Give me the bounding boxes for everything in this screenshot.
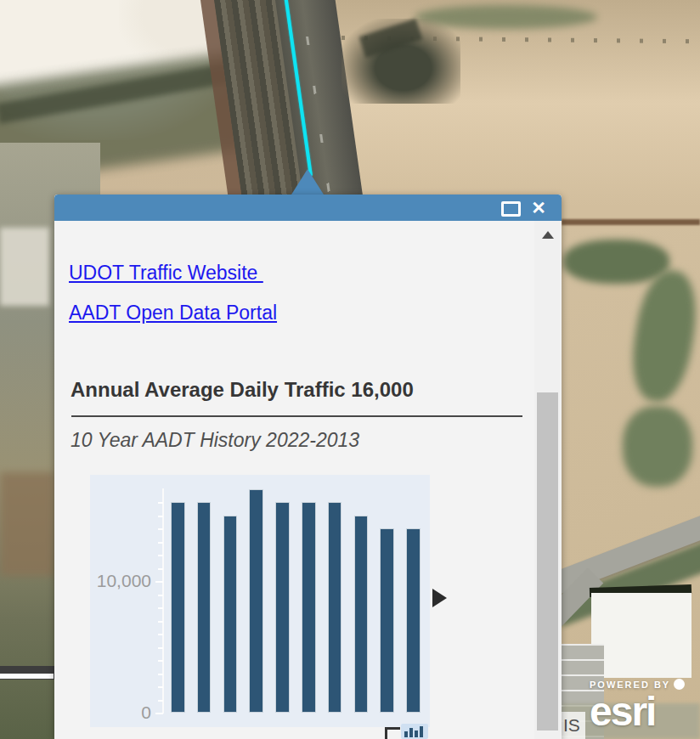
terrain-texture bbox=[0, 228, 49, 306]
y-axis-tick bbox=[158, 700, 163, 702]
y-axis-tick bbox=[158, 555, 163, 556]
y-axis-tick bbox=[158, 686, 163, 688]
y-axis-tick bbox=[155, 713, 163, 714]
next-media-arrow[interactable] bbox=[432, 589, 447, 607]
popup-callout-pointer bbox=[291, 169, 324, 195]
bar-2013[interactable] bbox=[406, 528, 421, 713]
y-tick-label: 0 bbox=[90, 702, 151, 724]
close-button[interactable]: ✕ bbox=[528, 198, 550, 218]
aadt-bar-chart[interactable]: 10,0000 bbox=[90, 475, 430, 727]
y-axis-line bbox=[162, 488, 164, 714]
terrain-texture bbox=[562, 219, 700, 225]
aadt-open-data-portal-link[interactable]: AADT Open Data Portal bbox=[69, 302, 277, 324]
y-axis-tick bbox=[158, 568, 163, 570]
y-axis-tick bbox=[158, 660, 163, 662]
popup-header: ✕ bbox=[54, 195, 562, 221]
scale-bar bbox=[0, 673, 54, 680]
y-axis-tick bbox=[158, 621, 163, 623]
y-axis-tick bbox=[158, 634, 163, 635]
bar-2017[interactable] bbox=[302, 502, 316, 713]
divider bbox=[71, 415, 522, 417]
building bbox=[591, 593, 692, 678]
y-axis-tick bbox=[158, 516, 163, 517]
bar-2014[interactable] bbox=[380, 528, 394, 713]
vegetation bbox=[623, 406, 692, 487]
scrollbar-thumb[interactable] bbox=[537, 392, 558, 731]
esri-brand-label: esri bbox=[590, 693, 700, 731]
y-axis-tick bbox=[155, 581, 163, 583]
scroll-up-arrow-icon[interactable] bbox=[542, 231, 554, 239]
terrain-texture bbox=[0, 472, 54, 576]
bar-2018[interactable] bbox=[275, 502, 290, 713]
udot-traffic-website-link[interactable]: UDOT Traffic Website bbox=[69, 262, 263, 285]
traffic-popup: ✕ UDOT Traffic Website AADT Open Data Po… bbox=[54, 195, 562, 739]
y-axis-tick bbox=[158, 595, 163, 596]
bar-2015[interactable] bbox=[354, 516, 369, 714]
map-attribution: IS bbox=[562, 712, 585, 739]
y-axis-tick bbox=[158, 647, 163, 649]
bar-chart-media-icon[interactable] bbox=[401, 724, 428, 739]
bar-2022[interactable] bbox=[171, 502, 185, 713]
popup-scrollbar[interactable] bbox=[534, 221, 561, 739]
powered-by-label: POWERED BY bbox=[590, 680, 670, 690]
bar-2019[interactable] bbox=[249, 489, 263, 714]
esri-globe-dot-icon bbox=[674, 679, 685, 690]
y-axis-tick bbox=[158, 607, 163, 609]
y-axis-tick bbox=[158, 528, 163, 530]
y-axis-tick bbox=[158, 502, 163, 504]
bar-2016[interactable] bbox=[328, 502, 342, 713]
maximize-button[interactable] bbox=[499, 198, 521, 218]
maximize-icon bbox=[501, 201, 521, 217]
vegetation bbox=[563, 240, 669, 284]
y-axis-tick bbox=[158, 674, 163, 675]
scale-bar bbox=[0, 666, 54, 673]
expand-media-icon[interactable] bbox=[385, 727, 400, 739]
chart-caption: 10 Year AADT History 2022-2013 bbox=[71, 429, 359, 452]
bar-2020[interactable] bbox=[223, 516, 238, 714]
y-axis-tick bbox=[158, 542, 163, 544]
popup-title: Annual Average Daily Traffic 16,000 bbox=[71, 378, 414, 402]
esri-logo: POWERED BY esri bbox=[590, 676, 700, 731]
y-tick-label: 10,000 bbox=[90, 570, 151, 592]
bar-2021[interactable] bbox=[197, 502, 212, 713]
